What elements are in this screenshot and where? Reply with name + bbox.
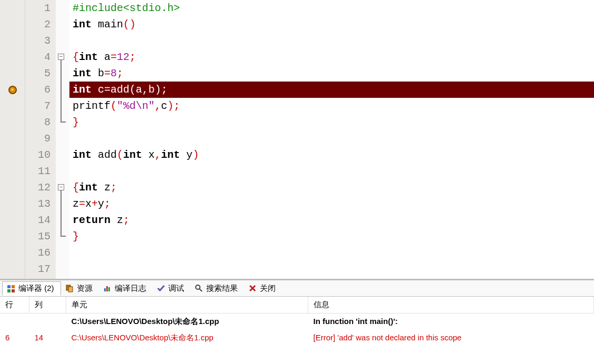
code-line[interactable]: } — [69, 114, 594, 130]
line-number: 9 — [25, 130, 51, 147]
svg-line-10 — [199, 289, 202, 291]
line-number: 14 — [25, 212, 51, 228]
code-line[interactable]: int c=add(a,b); — [69, 82, 594, 98]
tab-search[interactable]: 搜索结果 — [190, 282, 244, 295]
svg-rect-5 — [68, 287, 73, 292]
tab-label: 资源 — [77, 284, 93, 294]
search-icon — [195, 284, 203, 292]
line-number: 5 — [25, 65, 51, 82]
code-line[interactable]: {int z; — [69, 179, 594, 196]
code-line[interactable]: int main() — [69, 16, 594, 33]
line-number-gutter: 1234567891011121314151617 — [25, 0, 56, 279]
tab-label: 搜索结果 — [206, 284, 238, 294]
tab-label: 调试 — [168, 284, 184, 294]
code-line[interactable]: {int a=12; — [69, 49, 594, 65]
svg-rect-0 — [7, 285, 11, 288]
line-number: 2 — [25, 16, 51, 33]
code-editor[interactable]: 1234567891011121314151617 −− #include<st… — [0, 0, 594, 280]
code-line[interactable]: int add(int x,int y) — [69, 147, 594, 163]
fold-gutter[interactable]: −− — [56, 0, 69, 279]
cell-line: 6 — [0, 330, 29, 346]
svg-rect-3 — [12, 289, 15, 292]
svg-rect-2 — [7, 289, 11, 292]
bottom-panel-tabs: 编译器 (2)资源编译日志调试搜索结果关闭 — [0, 280, 594, 297]
breakpoint-gutter[interactable] — [0, 0, 25, 279]
breakpoint-error-icon[interactable] — [8, 86, 17, 94]
tab-resource[interactable]: 资源 — [61, 282, 99, 295]
copy-icon — [65, 284, 74, 292]
cell-col — [29, 314, 66, 330]
cell-line — [0, 314, 29, 330]
line-number: 13 — [25, 196, 51, 212]
code-line[interactable] — [69, 245, 594, 261]
code-line[interactable]: int b=8; — [69, 65, 594, 82]
svg-rect-7 — [106, 286, 108, 291]
line-number: 1 — [25, 0, 51, 16]
code-line[interactable] — [69, 261, 594, 277]
cell-msg: In function 'int main()': — [308, 314, 594, 330]
code-line[interactable] — [69, 130, 594, 147]
line-number: 12 — [25, 179, 51, 196]
col-header-unit[interactable]: 单元 — [66, 297, 308, 314]
col-header-column[interactable]: 列 — [29, 297, 66, 314]
tab-label: 编译日志 — [115, 284, 146, 294]
line-number: 11 — [25, 163, 51, 179]
line-number: 15 — [25, 228, 51, 245]
line-number: 10 — [25, 147, 51, 163]
compiler-messages-table[interactable]: 行 列 单元 信息 C:\Users\LENOVO\Desktop\未命名1.c… — [0, 297, 594, 346]
col-header-line[interactable]: 行 — [0, 297, 29, 314]
line-number: 3 — [25, 33, 51, 49]
tab-compile-log[interactable]: 编译日志 — [99, 282, 153, 295]
code-line[interactable]: } — [69, 228, 594, 245]
tab-debug[interactable]: 调试 — [153, 282, 190, 295]
code-line[interactable] — [69, 163, 594, 179]
code-line[interactable]: z=x+y; — [69, 196, 594, 212]
grid-icon — [7, 285, 15, 293]
svg-rect-6 — [104, 288, 106, 291]
cell-unit: C:\Users\LENOVO\Desktop\未命名1.cpp — [66, 314, 308, 330]
tab-label: 编译器 (2) — [18, 284, 54, 294]
code-text-area[interactable]: #include<stdio.h>int main(){int a=12;int… — [69, 0, 594, 279]
cell-unit: C:\Users\LENOVO\Desktop\未命名1.cpp — [66, 330, 308, 346]
fold-toggle-icon[interactable]: − — [58, 184, 64, 190]
cell-msg: [Error] 'add' was not declared in this s… — [308, 330, 594, 346]
tab-label: 关闭 — [260, 284, 276, 294]
line-number: 17 — [25, 261, 51, 277]
code-line[interactable]: printf("%d\n",c); — [69, 98, 594, 114]
svg-rect-8 — [108, 287, 110, 291]
compiler-row-error[interactable]: 614C:\Users\LENOVO\Desktop\未命名1.cpp[Erro… — [0, 330, 594, 346]
svg-point-9 — [196, 285, 200, 289]
code-line[interactable]: return z; — [69, 212, 594, 228]
line-number: 16 — [25, 245, 51, 261]
line-number: 8 — [25, 114, 51, 130]
line-number: 7 — [25, 98, 51, 114]
cell-col: 14 — [29, 330, 66, 346]
tick-icon — [157, 284, 165, 292]
compiler-row-file[interactable]: C:\Users\LENOVO\Desktop\未命名1.cppIn funct… — [0, 314, 594, 330]
line-number: 6 — [25, 82, 51, 98]
fold-toggle-icon[interactable]: − — [58, 54, 64, 60]
tab-close[interactable]: 关闭 — [244, 282, 282, 295]
bars-icon — [103, 284, 112, 292]
code-line[interactable]: #include<stdio.h> — [69, 0, 594, 16]
close-icon — [248, 284, 257, 292]
svg-rect-1 — [12, 285, 15, 288]
col-header-message[interactable]: 信息 — [308, 297, 594, 314]
code-line[interactable] — [69, 33, 594, 49]
line-number: 4 — [25, 49, 51, 65]
tab-compiler[interactable]: 编译器 (2) — [2, 281, 61, 296]
